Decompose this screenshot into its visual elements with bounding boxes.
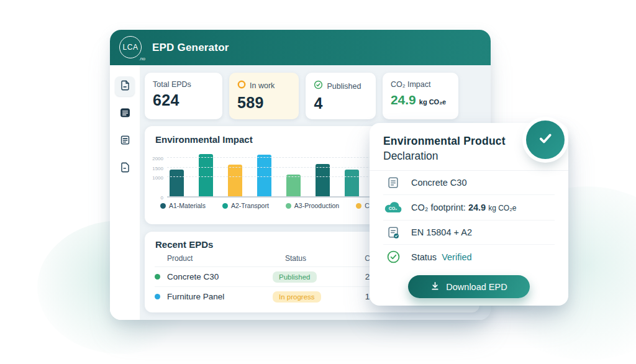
column-header-status: Status — [285, 254, 350, 263]
status-label: Status — [411, 252, 437, 262]
svg-text:CO₂: CO₂ — [389, 206, 398, 211]
legend-dot — [286, 203, 291, 209]
co2-cloud-icon: CO₂ — [383, 200, 403, 215]
epd-row-standard: EN 15804 + A2 — [383, 221, 555, 245]
status-badge: In progress — [273, 291, 321, 303]
download-epd-button[interactable]: Download EPD — [408, 275, 530, 298]
chart-bar-7 — [345, 170, 359, 196]
page-icon — [119, 162, 131, 176]
stat-value: 4 — [314, 94, 367, 112]
legend-dot — [222, 203, 228, 209]
epd-card-rows: Concrete C30 CO₂ CO₂ footprint: 24.9 kg … — [370, 171, 568, 298]
document-lines-icon — [119, 134, 131, 148]
green-check-circle-icon — [314, 80, 323, 92]
legend-item-a2: A2-Transport — [222, 202, 269, 209]
file-document-icon — [119, 80, 131, 94]
lca-logo-suffix: .no — [139, 56, 145, 61]
stat-label: Published — [327, 82, 361, 91]
y-tick-label: 1000 — [152, 175, 163, 181]
stat-label: Total EPDs — [153, 80, 191, 89]
download-icon — [430, 281, 440, 293]
chart-bar-5 — [286, 175, 301, 196]
sidebar-item-documents[interactable] — [115, 131, 135, 151]
stat-label: In work — [250, 81, 275, 90]
stat-co2-unit: kg CO₂e — [419, 98, 446, 106]
y-tick-label: 2000 — [152, 155, 163, 161]
orange-ring-icon — [237, 80, 246, 91]
lca-logo-text: LCA — [123, 43, 139, 52]
co2-footprint-label: CO₂ footprint: — [411, 202, 466, 212]
sidebar — [110, 65, 140, 320]
stat-card-published: Published 4 — [306, 73, 375, 119]
stat-co2-value: 24.9 — [391, 93, 416, 107]
epd-product-name: Concrete C30 — [411, 178, 466, 188]
epd-standard: EN 15804 + A2 — [411, 227, 472, 237]
y-axis: 0100015002000 — [150, 150, 167, 198]
download-button-label: Download EPD — [446, 282, 507, 292]
chart-bar-4 — [257, 155, 271, 196]
epd-row-product: Concrete C30 — [383, 171, 555, 195]
stat-value: 624 — [153, 91, 214, 109]
legend-dot — [160, 203, 166, 209]
stats-row: Total EPDs 624 In work 589 — [145, 73, 458, 119]
chart-bar-6 — [316, 164, 330, 196]
status-badge: Published — [273, 271, 317, 283]
stat-label: CO₂ Impact — [391, 80, 431, 89]
legend-item-a1: A1-Materials — [160, 202, 206, 209]
legend-item-a3: A3-Prooduction — [286, 202, 339, 209]
stat-card-total-epds: Total EPDs 624 — [145, 73, 222, 119]
product-name: Concrete C30 — [167, 272, 219, 281]
legend-dot — [356, 203, 361, 209]
epd-detail-card: Environmental Product Declaration Concre… — [370, 123, 568, 306]
epd-row-status: Status Verified — [383, 245, 555, 269]
check-icon — [535, 128, 556, 152]
verified-check-bubble — [526, 121, 565, 159]
epd-co2-footprint: CO₂ footprint: 24.9 kg CO₂e — [411, 202, 516, 212]
legend-label: A2-Transport — [231, 202, 269, 209]
column-header-product: Product — [167, 254, 285, 263]
app-header: LCA .no EPD Generator — [110, 30, 491, 65]
stat-card-co2-impact: CO₂ Impact 24.9 kg CO₂e — [383, 73, 458, 119]
sidebar-item-page[interactable] — [115, 158, 135, 178]
chart-bar-1 — [170, 170, 184, 196]
list-filled-icon — [119, 106, 132, 122]
chart-bar-2 — [199, 154, 213, 196]
lca-logo-circle: LCA — [119, 36, 142, 58]
co2-footprint-value: 24.9 — [468, 202, 486, 212]
page: LCA .no EPD Generator — [0, 0, 636, 364]
document-verified-icon — [383, 225, 403, 239]
status-value: Verified — [442, 252, 471, 262]
sidebar-item-list-active[interactable] — [115, 104, 135, 124]
co2-footprint-unit: kg CO₂e — [488, 204, 516, 212]
product-name: Furniture Panel — [167, 292, 224, 301]
status-dot — [155, 274, 160, 280]
app-title: EPD Generator — [152, 42, 229, 54]
legend-label: A1-Materials — [169, 202, 206, 209]
y-tick-label: 0 — [161, 195, 163, 201]
stat-card-in-work: In work 589 — [229, 73, 299, 119]
verified-check-circle-icon — [383, 250, 403, 264]
y-tick-label: 1500 — [152, 165, 163, 171]
epd-status: Status Verified — [411, 252, 472, 262]
document-icon — [383, 176, 403, 189]
sidebar-item-epd-file[interactable] — [115, 76, 135, 96]
stat-value: 589 — [237, 94, 291, 112]
status-dot — [155, 294, 160, 299]
epd-card-title-line2: Declaration — [383, 150, 555, 163]
lca-logo: LCA .no — [118, 35, 144, 61]
epd-row-co2-footprint: CO₂ CO₂ footprint: 24.9 kg CO₂e — [383, 195, 555, 221]
chart-bar-3 — [228, 165, 242, 196]
legend-label: A3-Prooduction — [294, 202, 339, 209]
